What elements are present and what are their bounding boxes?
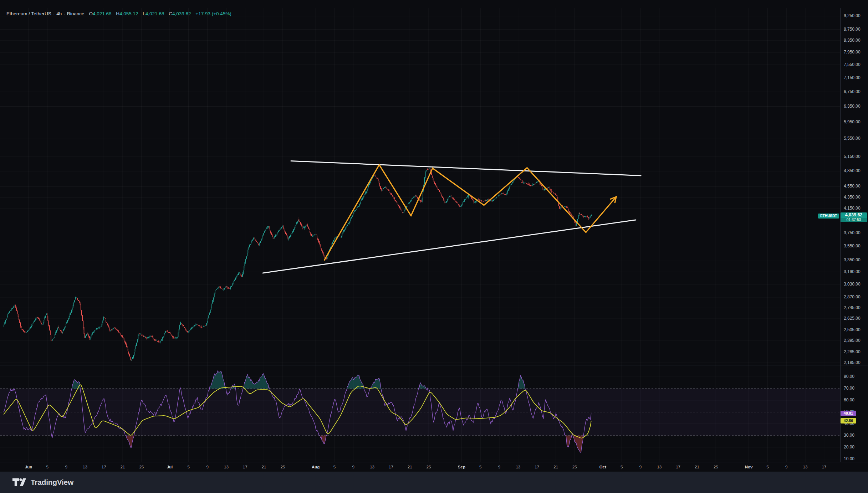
tradingview-chart-page: Felcon69 created with TradingView.com, S… <box>0 0 868 493</box>
time-axis-day-label: 21 <box>121 465 125 469</box>
time-axis-day-label: 9 <box>639 465 642 469</box>
ohlc-low-label: L <box>143 11 145 16</box>
time-axis-day-label: 13 <box>803 465 808 469</box>
time-axis-month-label: Nov <box>745 465 753 469</box>
time-axis-day-label: 21 <box>262 465 266 469</box>
price-axis-label: 2,505.00 <box>844 327 861 332</box>
price-axis-label: 3,350.00 <box>844 257 861 262</box>
time-axis-day-label: 9 <box>352 465 354 469</box>
rsi-axis-label: 70.00 <box>844 386 854 391</box>
time-axis-day-label: 9 <box>498 465 500 469</box>
time-axis-day-label: 17 <box>535 465 539 469</box>
time-axis-day-label: 21 <box>553 465 558 469</box>
ohlc-close-value: 4,039.62 <box>172 11 191 16</box>
price-axis-label: 4,350.00 <box>844 195 861 200</box>
legend-exchange[interactable]: Binance <box>67 11 85 16</box>
price-axis-label: 7,550.00 <box>844 62 861 67</box>
symbol-legend[interactable]: Ethereum / TetherUS·4h·Binance O4,021.68… <box>6 11 231 16</box>
price-axis-label: 6,350.00 <box>844 104 861 109</box>
time-axis-day-label: 5 <box>621 465 623 469</box>
time-axis-day-label: 21 <box>408 465 412 469</box>
ohlc-high-value: 4,055.12 <box>119 11 138 16</box>
legend-separator: · <box>62 11 67 16</box>
price-axis-label: 2,285.00 <box>844 349 861 354</box>
time-axis-day-label: 25 <box>714 465 718 469</box>
price-axis-label: 6,750.00 <box>844 89 861 94</box>
time-axis-day-label: 13 <box>370 465 374 469</box>
price-axis-label: 2,395.00 <box>844 338 861 343</box>
time-axis-month-label: Aug <box>312 465 320 469</box>
price-axis-label: 4,150.00 <box>844 206 861 211</box>
time-axis-day-label: 17 <box>102 465 106 469</box>
legend-separator: · <box>51 11 57 16</box>
time-axis-day-label: 25 <box>139 465 144 469</box>
time-axis-day-label: 5 <box>479 465 481 469</box>
time-axis-day-label: 13 <box>224 465 229 469</box>
time-axis-day-label: 13 <box>83 465 87 469</box>
ohlc-high-label: H <box>116 11 119 16</box>
price-axis-label: 7,150.00 <box>844 75 861 80</box>
price-axis-label: 3,550.00 <box>844 243 861 248</box>
change-value: +17.93 (+0.45%) <box>195 11 231 16</box>
last-price-badge: 4,039.62 01:37:53 <box>841 212 867 222</box>
time-axis-day-label: 17 <box>822 465 826 469</box>
time-axis-month-label: Jun <box>25 465 32 469</box>
time-axis-day-label: 25 <box>572 465 577 469</box>
chart-canvas: 9,250.008,750.008,350.007,950.007,550.00… <box>0 0 868 493</box>
price-axis-label: 3,750.00 <box>844 230 861 235</box>
time-axis-day-label: 9 <box>206 465 208 469</box>
time-axis-day-label: 17 <box>676 465 680 469</box>
price-axis-label: 8,750.00 <box>844 27 861 32</box>
tradingview-wordmark[interactable]: TradingView <box>31 478 73 487</box>
footer-bar: TradingView <box>0 472 868 493</box>
price-line-symbol-tag: ETHUSDT <box>818 214 839 219</box>
price-axis-label: 5,150.00 <box>844 154 861 159</box>
time-axis-day-label: 5 <box>46 465 48 469</box>
price-axis-label: 2,870.00 <box>844 294 861 299</box>
rsi-value-badge: 48.81 <box>841 411 856 416</box>
price-axis-label: 4,550.00 <box>844 184 861 189</box>
time-axis-day-label: 25 <box>427 465 431 469</box>
time-axis-day-label: 21 <box>695 465 699 469</box>
time-axis-day-label: 5 <box>333 465 336 469</box>
price-pane[interactable] <box>0 8 840 365</box>
price-axis-label: 3,030.00 <box>844 282 861 287</box>
rsi-axis-label: 20.00 <box>844 445 854 450</box>
time-axis-month-label: Oct <box>599 465 606 469</box>
price-axis-label: 5,950.00 <box>844 119 861 124</box>
price-axis-label: 5,550.00 <box>844 136 861 141</box>
rsi-axis-label: 10.00 <box>844 456 854 461</box>
rsi-axis-label: 80.00 <box>844 374 854 379</box>
ohlc-low-value: 4,021.68 <box>145 11 164 16</box>
rsi-axis-label: 30.00 <box>844 433 854 438</box>
time-axis-day-label: 5 <box>766 465 769 469</box>
ohlc-open-label: O <box>89 11 93 16</box>
time-axis-day-label: 13 <box>657 465 662 469</box>
time-axis-day-label: 5 <box>188 465 190 469</box>
rsi-axis-label: 60.00 <box>844 397 854 402</box>
rsi-ma-value-badge: 42.56 <box>841 418 856 423</box>
price-axis-label: 7,950.00 <box>844 50 861 55</box>
price-axis-label: 2,185.00 <box>844 360 861 365</box>
time-axis-day-label: 9 <box>65 465 67 469</box>
last-price-value: 4,039.62 <box>841 212 867 218</box>
price-axis-label: 9,250.00 <box>844 13 861 18</box>
price-axis-label: 2,625.00 <box>844 316 861 321</box>
price-axis-label: 2,745.00 <box>844 305 861 310</box>
legend-symbol[interactable]: Ethereum / TetherUS <box>6 11 51 16</box>
price-axis-label: 4,850.00 <box>844 168 861 173</box>
time-axis-day-label: 17 <box>389 465 393 469</box>
time-axis-day-label: 25 <box>280 465 285 469</box>
price-axis-label: 8,350.00 <box>844 38 861 43</box>
price-axis-label: 3,190.00 <box>844 269 861 274</box>
legend-interval[interactable]: 4h <box>56 11 62 16</box>
time-axis-day-label: 13 <box>516 465 520 469</box>
time-axis-day-label: 9 <box>785 465 787 469</box>
time-axis-month-label: Jul <box>167 465 173 469</box>
ohlc-close-label: C <box>169 11 172 16</box>
ohlc-open-value: 4,021.68 <box>93 11 112 16</box>
time-axis-month-label: Sep <box>458 465 465 469</box>
tradingview-logo-icon[interactable] <box>12 478 26 487</box>
bar-countdown: 01:37:53 <box>841 218 867 222</box>
time-axis-day-label: 17 <box>243 465 247 469</box>
